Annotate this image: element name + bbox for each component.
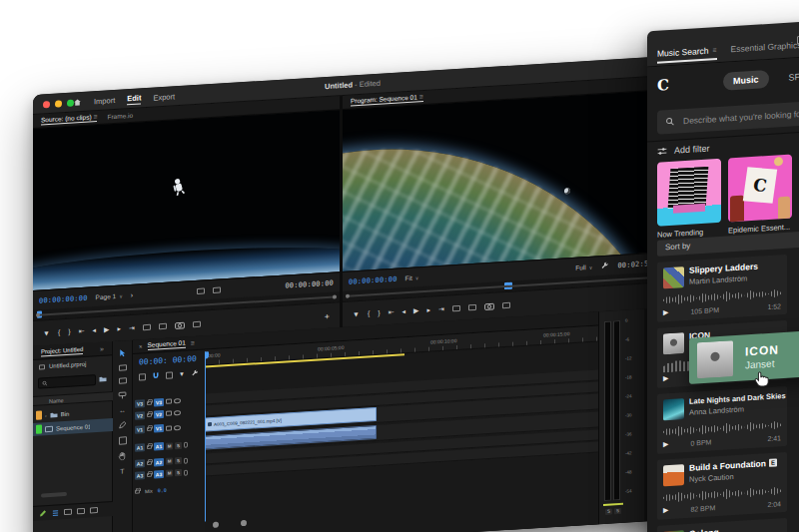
label-swatch[interactable] <box>36 410 42 419</box>
project-search-box[interactable] <box>38 374 96 389</box>
lock-icon[interactable] <box>147 412 152 416</box>
track-row-slippery-ladders[interactable]: Slippery LaddersMartin Landström ▶105 BP… <box>657 255 787 322</box>
tab-sfx[interactable]: SFX <box>779 67 799 87</box>
card-epidemic-essentials[interactable]: C Epidemic Essent... <box>728 155 792 236</box>
new-bin-icon[interactable] <box>77 508 85 514</box>
track-row-build-a-foundation[interactable]: Build a FoundationENyck Caution ▶82 BPM2… <box>657 452 787 520</box>
track-row-late-nights[interactable]: Late Nights and Dark SkiesAnna Landström… <box>657 386 787 454</box>
project-file-row[interactable]: Untitled.prproj <box>39 361 86 370</box>
solo-button[interactable]: S <box>175 441 182 448</box>
rectangle-tool-icon[interactable] <box>119 436 127 444</box>
music-search-bar[interactable] <box>657 95 799 135</box>
play-icon[interactable]: ▶ <box>663 308 668 316</box>
nest-toggle-icon[interactable] <box>139 373 146 380</box>
toggle-visibility-icon[interactable] <box>174 398 181 403</box>
timeline-settings-wrench-icon[interactable] <box>191 369 199 377</box>
lock-icon[interactable] <box>147 400 152 404</box>
play-icon[interactable]: ▶ <box>663 440 668 448</box>
tab-sequence[interactable]: Sequence 01 <box>148 339 186 350</box>
toggle-visibility-icon[interactable] <box>174 424 181 429</box>
play-icon[interactable]: ▶ <box>663 374 668 382</box>
track-header-v1[interactable]: V1V1 <box>135 417 205 437</box>
lock-icon[interactable] <box>135 489 140 493</box>
go-to-in-icon[interactable]: ⇤ <box>79 327 85 334</box>
track-select-tool-icon[interactable] <box>119 364 127 370</box>
add-marker-icon[interactable]: ▼ <box>353 310 360 317</box>
button-editor-plus-icon[interactable]: + <box>325 310 330 320</box>
solo-button[interactable]: S <box>175 457 182 464</box>
mark-in-icon[interactable]: { <box>368 309 370 316</box>
step-forward-icon[interactable]: ▸ <box>426 306 430 313</box>
tab-program[interactable]: Program: Sequence 01 ≡ <box>351 93 423 106</box>
timeline-playhead[interactable] <box>205 351 206 521</box>
scroll-handle[interactable] <box>241 520 247 526</box>
panel-menu-icon[interactable]: ≡ <box>419 93 423 100</box>
go-to-out-icon[interactable]: ⇥ <box>438 305 444 312</box>
playback-resolution-select[interactable]: Full∨ <box>575 264 592 271</box>
tab-frameio[interactable]: Frame.io <box>107 112 133 121</box>
add-marker-icon[interactable]: ▼ <box>179 371 185 377</box>
linked-selection-icon[interactable] <box>166 371 173 378</box>
panel-menu-icon[interactable]: ≡ <box>191 339 195 346</box>
ripple-edit-tool-icon[interactable] <box>119 377 127 383</box>
comparison-view-icon[interactable] <box>193 320 201 326</box>
track-row-icon[interactable]: ICON ▶ ICONJanset <box>657 320 787 388</box>
hand-tool-icon[interactable] <box>118 451 127 461</box>
toggle-visibility-icon[interactable] <box>174 410 181 415</box>
caret-right-icon[interactable]: › <box>131 291 133 298</box>
snap-magnet-icon[interactable] <box>152 371 160 379</box>
settings-icon[interactable] <box>197 287 205 293</box>
tab-project[interactable]: Project: Untitled <box>41 345 83 356</box>
slip-tool-icon[interactable]: ↔ <box>119 406 126 413</box>
step-back-icon[interactable]: ◂ <box>93 326 97 333</box>
mute-button[interactable]: M <box>166 457 173 464</box>
scroll-handle[interactable] <box>213 522 219 528</box>
folder-icon[interactable] <box>99 374 107 382</box>
insert-icon[interactable] <box>143 323 151 329</box>
track-header-mix[interactable]: Mix0.0 <box>135 481 205 496</box>
mark-in-icon[interactable]: { <box>58 328 60 335</box>
card-now-trending[interactable]: Now Trending <box>657 159 721 240</box>
project-column-header[interactable]: Name <box>33 391 113 406</box>
wrench-settings-icon[interactable] <box>600 262 609 271</box>
mark-out-icon[interactable]: } <box>68 328 70 335</box>
source-page-select[interactable]: Page 1∨ <box>96 292 123 301</box>
play-icon[interactable]: ▶ <box>104 325 109 332</box>
mark-out-icon[interactable]: } <box>378 309 380 316</box>
play-icon[interactable]: ▶ <box>663 506 668 514</box>
panel-menu-icon[interactable]: ≡ <box>93 113 97 120</box>
add-filter-button[interactable]: Add filter <box>657 144 710 157</box>
tab-essential-graphics[interactable]: Essential Graphics <box>731 39 799 53</box>
solo-left-button[interactable]: S <box>605 509 612 515</box>
expand-caret-icon[interactable]: › <box>45 412 47 418</box>
sync-lock-icon[interactable] <box>166 398 172 403</box>
solo-button[interactable]: S <box>175 469 182 476</box>
lock-icon[interactable] <box>147 460 152 464</box>
list-view-icon[interactable] <box>52 509 59 516</box>
overwrite-icon[interactable] <box>159 322 167 328</box>
icon-view-icon[interactable] <box>64 509 72 515</box>
voiceover-record-icon[interactable] <box>184 442 188 448</box>
mute-button[interactable]: M <box>166 442 173 449</box>
extract-icon[interactable] <box>468 303 476 309</box>
timeline-horizontal-scrollbar[interactable] <box>205 497 598 529</box>
export-frame-icon[interactable] <box>484 300 494 311</box>
pencil-icon[interactable] <box>39 509 47 517</box>
output-icon[interactable] <box>213 286 221 292</box>
type-tool-icon[interactable]: T <box>120 467 124 474</box>
panel-menu-icon[interactable]: ≡ <box>713 46 717 53</box>
sync-lock-icon[interactable] <box>166 410 172 415</box>
voiceover-record-icon[interactable] <box>184 457 188 463</box>
step-back-icon[interactable]: ◂ <box>402 307 406 314</box>
lock-icon[interactable] <box>147 472 152 476</box>
lock-icon[interactable] <box>147 445 152 449</box>
project-scrollbar[interactable] <box>41 492 67 498</box>
close-icon[interactable]: × <box>139 343 143 349</box>
export-frame-icon[interactable] <box>175 319 185 330</box>
comparison-view-icon[interactable] <box>502 301 510 307</box>
lift-icon[interactable] <box>452 304 460 310</box>
track-header-a1[interactable]: A1A1MS <box>135 435 205 455</box>
project-search-input[interactable] <box>51 376 92 387</box>
go-to-in-icon[interactable]: ⇤ <box>389 308 395 315</box>
solo-right-button[interactable]: S <box>614 508 621 514</box>
